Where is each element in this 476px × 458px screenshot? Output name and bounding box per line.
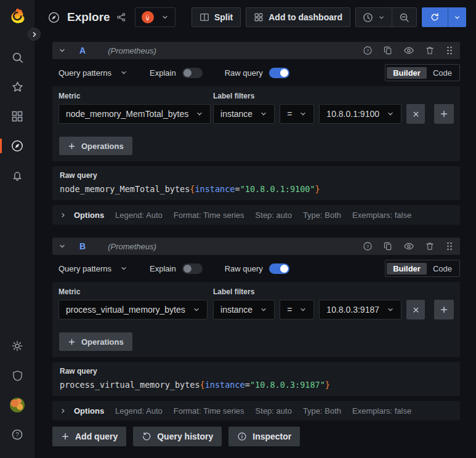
query-refid[interactable]: B — [79, 241, 86, 251]
close-icon — [412, 306, 420, 314]
filter-label-select[interactable]: instance — [213, 104, 275, 124]
sidebar-item-alerting[interactable] — [0, 161, 34, 190]
share-icon[interactable] — [116, 12, 126, 22]
zoom-out-time-button[interactable] — [392, 8, 416, 26]
search-icon — [11, 51, 24, 64]
sidebar-item-search[interactable] — [0, 42, 34, 72]
apps-grid-icon — [254, 12, 264, 22]
compass-icon — [10, 139, 24, 153]
grafana-logo-icon[interactable] — [7, 7, 27, 26]
drag-handle-icon[interactable] — [445, 241, 454, 251]
time-picker-group — [355, 7, 417, 27]
options-exemplars: Exemplars: false — [352, 406, 411, 416]
query-editor-row-b: B (Prometheus) ? — [52, 238, 460, 420]
filter-label-select[interactable]: instance — [213, 300, 275, 319]
toggle-knob — [184, 69, 192, 77]
sidebar-item-dashboards[interactable] — [0, 102, 34, 131]
query-patterns-label: Query patterns — [58, 68, 111, 78]
query-patterns-dropdown[interactable]: Query patterns — [58, 264, 127, 273]
run-query-interval-dropdown[interactable] — [448, 7, 466, 27]
split-button[interactable]: Split — [192, 7, 241, 27]
refresh-icon — [430, 12, 440, 22]
options-legend: Legend: Auto — [115, 211, 163, 220]
options-step: Step: auto — [256, 211, 292, 220]
code-tab[interactable]: Code — [427, 67, 458, 79]
sidebar-item-starred[interactable] — [0, 72, 34, 102]
filter-value-select[interactable]: 10.8.0.1:9100 — [319, 104, 401, 124]
remove-filter-button[interactable] — [406, 300, 425, 319]
query-options-row[interactable]: Options Legend: Auto Format: Time series… — [52, 401, 460, 420]
query-history-label: Query history — [157, 432, 213, 441]
sidebar-item-server-admin[interactable] — [0, 361, 34, 390]
filter-value-select[interactable]: 10.8.0.3:9187 — [319, 300, 401, 319]
duplicate-query-icon[interactable] — [383, 46, 393, 55]
sidebar-expand-button[interactable] — [28, 28, 41, 41]
topbar: Explore Split Add to dashboard — [34, 0, 476, 34]
options-format: Format: Time series — [174, 211, 244, 220]
chevron-down-icon — [387, 306, 394, 313]
metric-select[interactable]: process_virtual_memory_bytes — [58, 300, 208, 319]
filter-operator-select[interactable]: = — [280, 104, 314, 124]
query-builder-card: Metric node_memory_MemTotal_bytes Label … — [52, 86, 460, 161]
query-help-icon[interactable]: ? — [363, 46, 373, 55]
sidebar-item-configuration[interactable] — [0, 331, 34, 361]
query-patterns-label: Query patterns — [58, 264, 111, 273]
explain-toggle[interactable] — [182, 68, 203, 78]
split-label: Split — [214, 12, 233, 22]
sidebar-item-explore[interactable] — [0, 131, 34, 161]
chevron-down-icon — [299, 306, 307, 313]
metric-value: process_virtual_memory_bytes — [66, 305, 185, 315]
remove-query-trash-icon[interactable] — [425, 46, 435, 55]
remove-query-trash-icon[interactable] — [425, 241, 435, 251]
datasource-picker[interactable] — [135, 7, 175, 27]
add-query-button[interactable]: Add query — [52, 427, 126, 446]
options-type: Type: Both — [303, 211, 341, 220]
builder-tab[interactable]: Builder — [387, 67, 427, 79]
plus-icon — [68, 338, 76, 346]
toggle-knob — [280, 69, 288, 77]
sidebar: ? — [0, 0, 34, 458]
add-to-dashboard-button[interactable]: Add to dashboard — [246, 7, 350, 27]
prometheus-icon — [142, 11, 154, 23]
hide-response-eye-icon[interactable] — [403, 45, 414, 56]
filter-operator-select[interactable]: = — [280, 300, 314, 319]
add-operations-button[interactable]: Operations — [59, 137, 132, 155]
builder-code-switch: Builder Code — [385, 260, 460, 277]
collapse-caret-icon[interactable] — [58, 243, 66, 250]
run-query-button[interactable] — [422, 7, 448, 27]
drag-handle-icon[interactable] — [445, 46, 454, 55]
add-operations-button[interactable]: Operations — [59, 332, 132, 351]
datasource-hint: (Prometheus) — [108, 242, 156, 251]
time-range-button[interactable] — [356, 8, 392, 26]
hide-response-eye-icon[interactable] — [403, 241, 414, 252]
query-patterns-dropdown[interactable]: Query patterns — [58, 68, 127, 78]
query-refid[interactable]: A — [79, 46, 86, 55]
explain-toggle[interactable] — [182, 263, 203, 274]
raw-query-expression: process_virtual_memory_bytes{instance="1… — [60, 380, 453, 390]
add-filter-button[interactable] — [434, 300, 454, 319]
remove-filter-button[interactable] — [406, 104, 425, 124]
raw-query-toggle[interactable] — [269, 263, 289, 274]
gear-icon — [11, 340, 23, 352]
builder-tab[interactable]: Builder — [387, 263, 427, 275]
add-filter-button[interactable] — [434, 104, 454, 124]
query-history-button[interactable]: Query history — [133, 427, 222, 446]
collapse-caret-icon[interactable] — [58, 47, 66, 54]
options-title: Options — [74, 211, 104, 220]
sidebar-item-help[interactable]: ? — [0, 420, 34, 449]
query-toolbar: Query patterns Explain Raw query Builder… — [52, 259, 460, 278]
code-tab[interactable]: Code — [427, 263, 458, 275]
operations-label: Operations — [81, 337, 124, 347]
inspector-button[interactable]: Inspector — [228, 427, 300, 446]
options-format: Format: Time series — [174, 406, 244, 416]
raw-query-toggle[interactable] — [269, 68, 289, 78]
add-query-label: Add query — [75, 432, 118, 441]
metric-select[interactable]: node_memory_MemTotal_bytes — [58, 104, 211, 124]
raw-query-expression: node_memory_MemTotal_bytes{instance="10.… — [60, 184, 453, 194]
chevron-down-icon — [161, 14, 169, 21]
filter-value: 10.8.0.1:9100 — [326, 109, 379, 119]
sidebar-item-profile[interactable] — [0, 390, 34, 420]
query-options-row[interactable]: Options Legend: Auto Format: Time series… — [52, 205, 460, 225]
query-help-icon[interactable]: ? — [363, 241, 373, 251]
duplicate-query-icon[interactable] — [383, 241, 393, 251]
